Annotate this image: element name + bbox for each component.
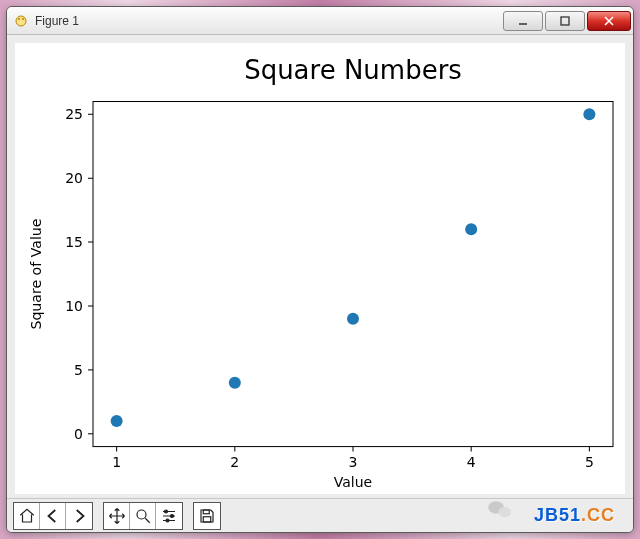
subplots-button[interactable] <box>156 503 182 529</box>
svg-point-1 <box>18 18 20 20</box>
close-button[interactable] <box>587 11 631 31</box>
sliders-icon <box>160 507 178 525</box>
data-point <box>229 377 241 389</box>
svg-text:5: 5 <box>74 362 83 378</box>
svg-point-2 <box>22 18 24 20</box>
svg-rect-35 <box>203 516 211 521</box>
forward-button[interactable] <box>66 503 92 529</box>
data-point <box>347 313 359 325</box>
svg-point-30 <box>137 510 146 519</box>
svg-text:20: 20 <box>65 170 83 186</box>
title-bar: Figure 1 <box>7 7 633 35</box>
app-icon <box>13 13 29 29</box>
svg-rect-34 <box>203 510 209 514</box>
save-button[interactable] <box>194 503 220 529</box>
svg-point-33 <box>166 519 169 522</box>
data-point <box>111 415 123 427</box>
wechat-icon <box>487 498 513 524</box>
svg-text:25: 25 <box>65 106 83 122</box>
save-icon <box>198 507 216 525</box>
svg-text:4: 4 <box>467 454 476 470</box>
minimize-button[interactable] <box>503 11 543 31</box>
svg-rect-7 <box>93 102 613 447</box>
svg-text:1: 1 <box>112 454 121 470</box>
data-point <box>583 108 595 120</box>
back-button[interactable] <box>40 503 66 529</box>
y-axis-label: Square of Value <box>28 219 44 330</box>
svg-text:10: 10 <box>65 298 83 314</box>
svg-text:5: 5 <box>585 454 594 470</box>
maximize-button[interactable] <box>545 11 585 31</box>
chart-title: Square Numbers <box>244 55 462 85</box>
zoom-button[interactable] <box>130 503 156 529</box>
svg-point-32 <box>171 514 174 517</box>
window-controls <box>501 11 631 31</box>
svg-point-31 <box>165 510 168 513</box>
svg-point-37 <box>498 507 511 517</box>
zoom-icon <box>134 507 152 525</box>
svg-text:2: 2 <box>230 454 239 470</box>
arrow-left-icon <box>44 507 62 525</box>
svg-text:3: 3 <box>349 454 358 470</box>
home-button[interactable] <box>14 503 40 529</box>
svg-point-0 <box>16 16 26 26</box>
svg-text:15: 15 <box>65 234 83 250</box>
arrow-right-icon <box>70 507 88 525</box>
scatter-chart: Square Numbers12345Value0510152025Square… <box>15 43 625 494</box>
window-title: Figure 1 <box>35 14 79 28</box>
move-icon <box>108 507 126 525</box>
home-icon <box>18 507 36 525</box>
svg-rect-4 <box>561 17 569 25</box>
x-axis-label: Value <box>334 474 372 490</box>
svg-text:0: 0 <box>74 426 83 442</box>
pan-button[interactable] <box>104 503 130 529</box>
data-point <box>465 223 477 235</box>
matplotlib-toolbar <box>7 498 633 532</box>
figure-canvas[interactable]: Square Numbers12345Value0510152025Square… <box>15 43 625 494</box>
app-window: Figure 1 Square Numbers12345Value0510152… <box>6 6 634 533</box>
